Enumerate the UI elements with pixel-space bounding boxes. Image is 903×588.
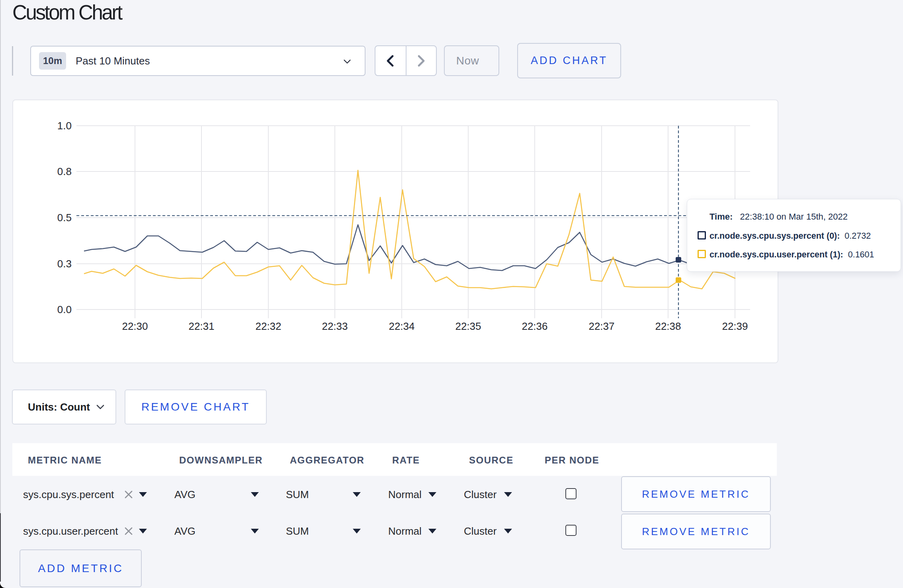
svg-text:22:33: 22:33 xyxy=(322,320,348,332)
svg-text:1.0: 1.0 xyxy=(57,120,72,132)
svg-text:22:38: 22:38 xyxy=(655,320,681,332)
svg-text:0.3: 0.3 xyxy=(57,258,72,270)
svg-text:0.8: 0.8 xyxy=(57,165,72,177)
svg-text:22:36: 22:36 xyxy=(522,320,547,332)
svg-text:0.5: 0.5 xyxy=(57,212,72,224)
svg-text:22:31: 22:31 xyxy=(188,320,214,332)
svg-text:0.0: 0.0 xyxy=(57,304,72,315)
svg-text:22:30: 22:30 xyxy=(122,320,148,332)
svg-text:22:32: 22:32 xyxy=(255,320,281,332)
svg-text:22:37: 22:37 xyxy=(588,320,614,332)
svg-text:22:34: 22:34 xyxy=(389,320,414,332)
svg-text:22:35: 22:35 xyxy=(455,320,481,332)
svg-text:22:39: 22:39 xyxy=(722,320,748,332)
